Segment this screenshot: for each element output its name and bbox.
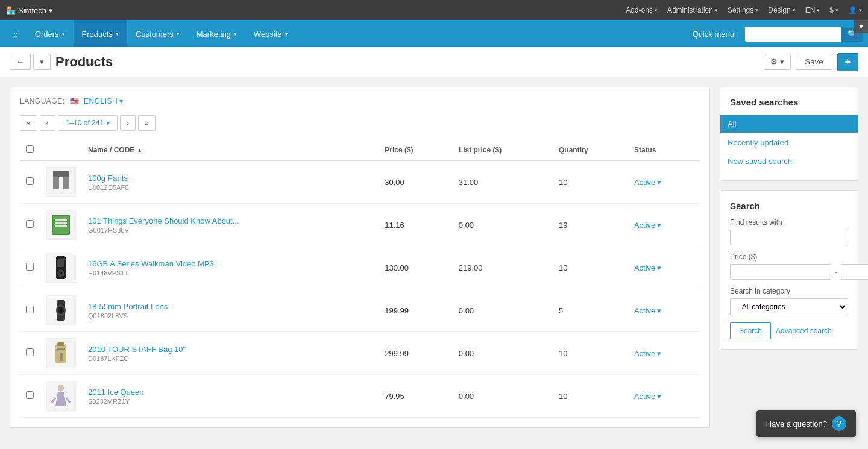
saved-search-new[interactable]: New saved search [720,152,858,171]
chat-icon: ? [832,416,846,431]
product-name-cell: 16GB A Series Walkman Video MP3 H0148VPS… [82,246,379,289]
nav-products[interactable]: Products ▾ [74,20,127,47]
chat-button[interactable]: Have a question? ? [756,410,856,437]
product-status-cell: Active ▾ [628,375,700,418]
nav-customers[interactable]: Customers ▾ [127,20,188,47]
saved-search-all[interactable]: All [720,115,858,133]
svg-rect-2 [53,171,69,177]
nav-marketing[interactable]: Marketing ▾ [188,20,245,47]
product-status[interactable]: Active ▾ [634,349,694,358]
product-image [46,295,76,325]
language-label: LANGUAGE: [20,97,65,105]
product-image [46,381,76,411]
nav-home[interactable]: ⌂ [5,20,27,47]
last-page-btn[interactable]: » [138,115,156,131]
user-menu[interactable]: 👤 ▾ [848,6,862,14]
row-checkbox-cell [20,289,40,332]
product-name-link[interactable]: 2010 TOUR STAFF Bag 10" [88,345,186,354]
product-price: 11.16 [379,204,453,246]
product-status-cell: Active ▾ [628,204,700,246]
price-from-input[interactable] [730,264,831,280]
currency-menu[interactable]: $ ▾ [829,6,838,14]
search-actions: Search Advanced search [730,322,848,339]
status-caret: ▾ [657,221,661,230]
product-list-price: 0.00 [453,375,553,418]
add-product-button[interactable]: + [837,53,858,71]
sec-nav-right: Quick menu 🔍 [687,27,863,42]
page-info[interactable]: 1–10 of 241 ▾ [58,115,118,131]
product-list-price: 0.00 [453,204,553,246]
product-price: 299.99 [379,332,453,375]
page-title: Products [55,54,759,70]
status-caret: ▾ [657,349,661,358]
lang-caret: ▾ [817,7,820,13]
name-code-header[interactable]: Name / CODE ▲ [82,140,379,160]
search-section: Search Find results with Price ($) - Sea… [720,190,858,350]
prev-page-btn[interactable]: ‹ [40,115,55,131]
administration-menu[interactable]: Administration ▾ [667,6,718,14]
product-name-link[interactable]: 18-55mm Portrait Lens [88,302,168,311]
row-checkbox[interactable] [26,263,34,271]
product-status[interactable]: Active ▾ [634,178,694,187]
category-select[interactable]: - All categories - [730,298,848,315]
row-checkbox[interactable] [26,306,34,313]
price-range: - [730,264,848,280]
row-checkbox-cell [20,375,40,418]
language-caret: ▾ [119,97,124,105]
settings-menu[interactable]: Settings ▾ [728,6,758,14]
brand-logo[interactable]: 🏪 Simtech ▾ [6,6,53,15]
find-results-input[interactable] [730,230,848,245]
admin-caret: ▾ [715,7,718,13]
product-name-link[interactable]: 100g Pants [88,174,128,183]
row-checkbox[interactable] [26,220,34,228]
back-button[interactable]: ← [10,54,31,70]
product-status-cell: Active ▾ [628,332,700,375]
nav-website[interactable]: Website ▾ [245,20,297,47]
row-checkbox[interactable] [26,348,34,356]
product-price: 199.99 [379,289,453,332]
top-bar-right: Add-ons ▾ Administration ▾ Settings ▾ De… [626,6,862,14]
back-dropdown[interactable]: ▾ [33,54,51,70]
row-checkbox[interactable] [26,391,34,399]
product-name-link[interactable]: 2011 Ice Queen [88,388,144,397]
svg-rect-9 [57,259,64,267]
language-menu[interactable]: EN ▾ [805,6,820,14]
svg-point-15 [60,309,62,312]
design-menu[interactable]: Design ▾ [768,6,795,14]
svg-point-21 [58,385,64,392]
row-checkbox[interactable] [26,177,34,185]
scroll-indicator[interactable]: ▼ [854,20,868,33]
next-page-btn[interactable]: › [120,115,136,131]
design-caret: ▾ [793,7,796,13]
nav-orders[interactable]: Orders ▾ [27,20,74,47]
saved-search-recently-updated[interactable]: Recently updated [720,133,858,152]
product-name-link[interactable]: 101 Things Everyone Should Know About... [88,216,239,225]
advanced-search-button[interactable]: Advanced search [776,327,832,335]
gear-icon: ⚙ [770,57,778,66]
svg-line-24 [66,398,70,403]
select-all-checkbox[interactable] [26,145,34,153]
search-button[interactable]: Search [730,322,771,339]
product-status[interactable]: Active ▾ [634,392,694,401]
product-name-link[interactable]: 16GB A Series Walkman Video MP3 [88,259,214,268]
first-page-btn[interactable]: « [20,115,37,131]
svg-rect-17 [57,342,64,346]
quick-menu-btn[interactable]: Quick menu [687,27,740,41]
save-button[interactable]: Save [796,54,832,70]
settings-button[interactable]: ⚙ ▾ [764,54,791,70]
product-status[interactable]: Active ▾ [634,263,694,272]
svg-line-23 [52,398,55,403]
price-to-input[interactable] [841,264,868,280]
product-status[interactable]: Active ▾ [634,306,694,315]
product-quantity: 10 [553,246,628,289]
price-dash: - [835,268,837,277]
product-status[interactable]: Active ▾ [634,221,694,230]
product-code: G0017HS88V [88,227,373,234]
product-code: H0148VPS1T [88,269,373,277]
language-bar: LANGUAGE: 🇺🇸 English ▾ [20,97,700,105]
product-quantity: 10 [553,332,628,375]
top-search-input[interactable] [745,27,841,40]
language-selector[interactable]: English ▾ [84,97,124,105]
addons-menu[interactable]: Add-ons ▾ [626,6,658,14]
product-image [46,210,76,240]
